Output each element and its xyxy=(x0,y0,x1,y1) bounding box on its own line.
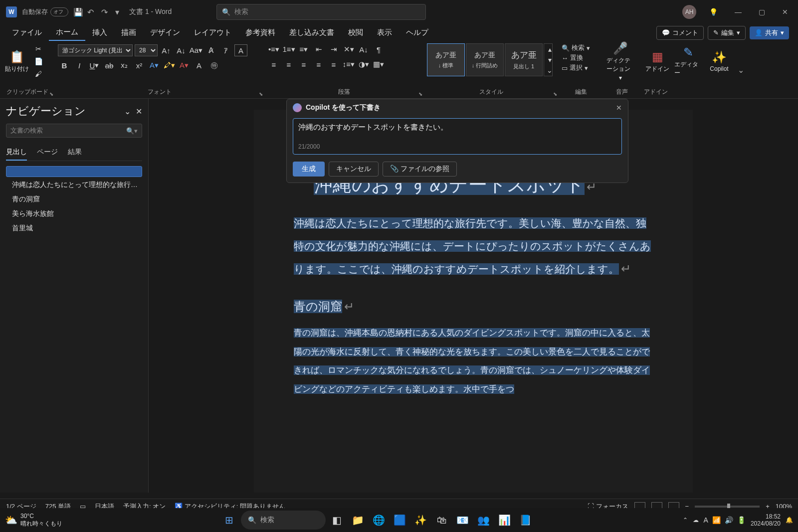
comments-button[interactable]: 💬コメント xyxy=(656,26,704,40)
style-normal[interactable]: あア亜↓ 標準 xyxy=(427,43,465,76)
highlight-icon[interactable]: 🖍▾ xyxy=(163,59,176,71)
align-center-icon[interactable]: ≡ xyxy=(282,58,295,70)
chrome-icon[interactable]: 🌐 xyxy=(370,511,389,530)
phonetic-guide-icon[interactable]: ｱ xyxy=(219,44,232,56)
notifications-icon[interactable]: 🔔 xyxy=(786,517,793,524)
tab-help[interactable]: ヘルプ xyxy=(399,25,435,40)
dictate-button[interactable]: 🎤ディクテーション▾ xyxy=(606,43,634,79)
italic-icon[interactable]: I xyxy=(73,59,86,71)
cut-icon[interactable]: ✂ xyxy=(33,43,44,54)
tab-review[interactable]: 校閲 xyxy=(341,25,370,40)
tab-home[interactable]: ホーム xyxy=(49,24,85,41)
justify-icon[interactable]: ≡ xyxy=(312,58,325,70)
dialog-launcher-icon[interactable]: ⬊ xyxy=(259,91,263,97)
tab-view[interactable]: 表示 xyxy=(370,25,399,40)
multilevel-icon[interactable]: ≡▾ xyxy=(297,43,310,55)
undo-icon[interactable]: ↶ xyxy=(87,7,96,16)
nav-heading-item[interactable]: 首里城 xyxy=(6,222,142,235)
change-case-icon[interactable]: Aa▾ xyxy=(190,44,202,56)
line-spacing-icon[interactable]: ↕≡▾ xyxy=(342,58,355,70)
redo-icon[interactable]: ↷ xyxy=(101,7,110,16)
style-scroll-down-icon[interactable]: ▾ xyxy=(544,54,555,65)
dialog-launcher-icon[interactable]: ⬊ xyxy=(49,91,53,97)
decrease-font-icon[interactable]: A↓ xyxy=(175,44,188,56)
font-name-select[interactable]: 游ゴシック Light (見出し) xyxy=(58,44,133,56)
clock[interactable]: 18:52 2024/08/20 xyxy=(751,513,781,527)
decrease-indent-icon[interactable]: ⇤ xyxy=(312,43,325,55)
word-taskbar-icon[interactable]: 📘 xyxy=(516,511,535,530)
style-no-spacing[interactable]: あア亜↓ 行間詰め xyxy=(466,43,504,76)
file-reference-button[interactable]: 📎 ファイルの参照 xyxy=(383,162,457,177)
style-scroll-up-icon[interactable]: ▴ xyxy=(544,44,555,54)
document-area[interactable]: 沖縄のおすすめデートスポット↵ 沖縄は恋人たちにとって理想的な旅行先です。美しい… xyxy=(149,99,798,493)
increase-indent-icon[interactable]: ⇥ xyxy=(327,43,340,55)
dialog-launcher-icon[interactable]: ⬊ xyxy=(553,91,557,97)
store-icon[interactable]: 🛍 xyxy=(432,511,451,530)
close-button[interactable]: ✕ xyxy=(778,6,792,18)
battery-icon[interactable]: 🔋 xyxy=(737,516,746,524)
nav-heading-item[interactable]: 沖縄は恋人たちにとって理想的な旅行先… xyxy=(6,178,142,191)
editor-button[interactable]: ✎エディター xyxy=(674,43,702,79)
shading-icon[interactable]: ◑▾ xyxy=(357,58,370,70)
increase-font-icon[interactable]: A↑ xyxy=(160,44,173,56)
style-heading1[interactable]: あア亜見出し 1 xyxy=(505,43,543,76)
clear-format-icon[interactable]: A̷ xyxy=(204,44,217,56)
share-button[interactable]: 👤共有▾ xyxy=(750,26,789,39)
collapse-ribbon-icon[interactable]: ⌄ xyxy=(733,41,748,98)
tab-design[interactable]: デザイン xyxy=(143,25,187,40)
tab-mailings[interactable]: 差し込み文書 xyxy=(282,25,341,40)
tab-insert[interactable]: 挿入 xyxy=(85,25,114,40)
autosave-toggle[interactable]: 自動保存 オフ xyxy=(22,7,68,16)
zoom-slider[interactable] xyxy=(695,506,760,508)
style-more-icon[interactable]: ⌄ xyxy=(544,65,555,76)
title-search-box[interactable]: 🔍 検索 xyxy=(216,4,426,20)
nav-search-box[interactable]: 文書の検索 🔍▾ xyxy=(6,124,142,138)
nav-heading-item[interactable] xyxy=(6,166,142,177)
taskbar-search[interactable]: 🔍検索 xyxy=(241,511,326,530)
maximize-button[interactable]: ▢ xyxy=(755,6,769,18)
distributed-icon[interactable]: ≡ xyxy=(327,58,340,70)
paste-button[interactable]: 📋 貼り付け xyxy=(3,43,31,79)
start-button[interactable]: ⊞ xyxy=(220,511,239,530)
volume-icon[interactable]: 🔊 xyxy=(725,516,733,524)
font-color-icon[interactable]: A▾ xyxy=(178,59,191,71)
nav-tab-results[interactable]: 結果 xyxy=(68,145,82,161)
explorer-icon[interactable]: 📁 xyxy=(349,511,368,530)
onedrive-icon[interactable]: ☁ xyxy=(693,517,699,524)
copilot-prompt-input[interactable]: 沖縄のおすすめデートスポットを書きたい。 21/2000 xyxy=(293,118,622,155)
align-left-icon[interactable]: ≡ xyxy=(267,58,280,70)
sort-icon[interactable]: A↓ xyxy=(357,43,370,55)
user-avatar[interactable]: AH xyxy=(682,5,696,19)
enclose-char-icon[interactable]: ㊕ xyxy=(207,59,220,71)
generate-button[interactable]: 生成 xyxy=(293,162,325,177)
edge-icon[interactable]: 🟦 xyxy=(391,511,409,530)
underline-icon[interactable]: U▾ xyxy=(88,59,101,71)
find-button[interactable]: 🔍検索▾ xyxy=(562,43,600,52)
numbering-icon[interactable]: 1≡▾ xyxy=(282,43,295,55)
close-dialog-icon[interactable]: ✕ xyxy=(616,104,622,112)
weather-widget[interactable]: 30°C 晴れ時々くもり xyxy=(20,513,62,528)
strikethrough-icon[interactable]: ab xyxy=(103,59,116,71)
replace-button[interactable]: ↔置換 xyxy=(562,53,600,62)
nav-heading-item[interactable]: 美ら海水族館 xyxy=(6,207,142,220)
bullets-icon[interactable]: •≡▾ xyxy=(267,43,280,55)
bold-icon[interactable]: B xyxy=(58,59,71,71)
copilot-button[interactable]: ✨Copilot xyxy=(705,43,733,79)
qat-dropdown-icon[interactable]: ▾ xyxy=(115,7,124,16)
select-button[interactable]: ▭選択▾ xyxy=(562,63,600,72)
align-right-icon[interactable]: ≡ xyxy=(297,58,310,70)
tab-file[interactable]: ファイル xyxy=(5,25,49,40)
asian-layout-icon[interactable]: ✕▾ xyxy=(342,43,355,55)
font-size-select[interactable]: 28 xyxy=(135,44,158,56)
nav-heading-item[interactable]: 青の洞窟 xyxy=(6,193,142,206)
close-pane-icon[interactable]: ✕ xyxy=(136,107,142,116)
tab-references[interactable]: 参考資料 xyxy=(238,25,282,40)
nav-tab-headings[interactable]: 見出し xyxy=(6,145,27,161)
tab-layout[interactable]: レイアウト xyxy=(187,25,238,40)
copy-icon[interactable]: 📄 xyxy=(33,56,44,66)
help-icon[interactable]: 💡 xyxy=(705,6,722,18)
toggle-switch-icon[interactable]: オフ xyxy=(50,7,68,16)
char-border-icon[interactable]: A xyxy=(234,44,247,56)
task-view-icon[interactable]: ◧ xyxy=(328,511,347,530)
tab-draw[interactable]: 描画 xyxy=(114,25,143,40)
